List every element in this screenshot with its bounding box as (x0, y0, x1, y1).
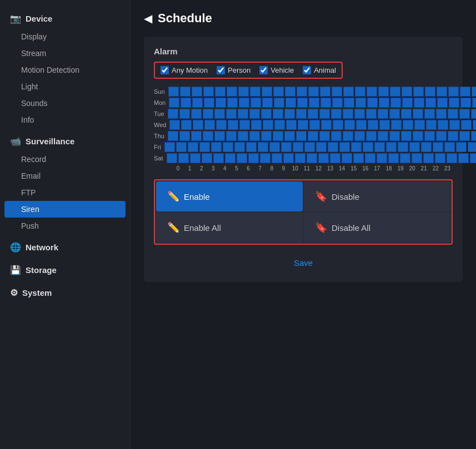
enable-all-button[interactable]: ✏️ Enable All (156, 213, 303, 243)
cell[interactable] (307, 153, 317, 163)
cell[interactable] (448, 131, 458, 141)
sidebar-item-info[interactable]: Info (0, 112, 130, 128)
cell[interactable] (286, 120, 297, 130)
cell[interactable] (260, 153, 270, 163)
cell[interactable] (328, 142, 338, 152)
cell[interactable] (211, 142, 222, 152)
cell[interactable] (435, 153, 445, 163)
cell[interactable] (214, 131, 225, 141)
save-button[interactable]: Save (154, 253, 453, 273)
cell[interactable] (459, 109, 470, 119)
cell[interactable] (436, 131, 447, 141)
cell[interactable] (390, 98, 401, 108)
cell[interactable] (225, 153, 236, 163)
cell[interactable] (304, 142, 315, 152)
cell[interactable] (273, 109, 283, 119)
cell[interactable] (470, 153, 476, 163)
cell[interactable] (321, 120, 332, 130)
enable-button[interactable]: ✏️ Enable (156, 181, 303, 211)
cell[interactable] (343, 131, 353, 141)
cell[interactable] (203, 109, 213, 119)
cell[interactable] (216, 98, 226, 108)
sidebar-group-storage[interactable]: 💾 Storage (0, 260, 130, 280)
cell[interactable] (258, 142, 268, 152)
cell[interactable] (273, 87, 284, 97)
cell[interactable] (389, 109, 400, 119)
cell[interactable] (273, 131, 283, 141)
cell[interactable] (169, 98, 179, 108)
cell[interactable] (168, 87, 179, 97)
cell[interactable] (468, 142, 476, 152)
cell[interactable] (343, 87, 354, 97)
cell[interactable] (192, 87, 202, 97)
cell[interactable] (378, 109, 388, 119)
cell[interactable] (316, 142, 327, 152)
cell[interactable] (458, 153, 469, 163)
cell[interactable] (169, 120, 180, 130)
cell[interactable] (436, 109, 447, 119)
cell[interactable] (424, 109, 435, 119)
cell[interactable] (363, 142, 373, 152)
cell[interactable] (261, 109, 272, 119)
cell[interactable] (239, 98, 249, 108)
cell[interactable] (164, 142, 175, 152)
cell[interactable] (449, 120, 460, 130)
cell[interactable] (283, 153, 294, 163)
cell[interactable] (320, 87, 330, 97)
cell[interactable] (421, 142, 432, 152)
back-button[interactable]: ◀ (144, 12, 152, 25)
cell[interactable] (237, 153, 247, 163)
cell[interactable] (368, 120, 378, 130)
cell[interactable] (437, 98, 448, 108)
cell[interactable] (179, 131, 190, 141)
cell[interactable] (449, 98, 459, 108)
sidebar-item-motion-detection[interactable]: Motion Detection (0, 62, 130, 78)
cell[interactable] (344, 98, 354, 108)
cell[interactable] (366, 131, 377, 141)
cell[interactable] (203, 87, 214, 97)
cell[interactable] (308, 131, 318, 141)
cell[interactable] (331, 131, 342, 141)
cell[interactable] (413, 109, 423, 119)
cell[interactable] (181, 98, 191, 108)
cell[interactable] (297, 87, 307, 97)
cell[interactable] (227, 87, 237, 97)
cell[interactable] (204, 120, 215, 130)
cell[interactable] (262, 87, 272, 97)
cell[interactable] (398, 142, 408, 152)
cell[interactable] (472, 87, 476, 97)
cell[interactable] (447, 153, 457, 163)
cell[interactable] (342, 153, 352, 163)
cell[interactable] (213, 153, 224, 163)
sidebar-group-system[interactable]: ⚙ System (0, 283, 130, 302)
cell[interactable] (389, 131, 400, 141)
cell[interactable] (354, 109, 365, 119)
checkbox-any-motion[interactable]: Any Motion (161, 66, 208, 74)
cell[interactable] (234, 142, 245, 152)
cell[interactable] (214, 109, 225, 119)
cell[interactable] (178, 153, 189, 163)
cell[interactable] (460, 87, 470, 97)
cell[interactable] (168, 109, 178, 119)
cell[interactable] (297, 98, 308, 108)
cell[interactable] (378, 131, 388, 141)
cell[interactable] (319, 109, 330, 119)
cell[interactable] (274, 120, 285, 130)
cell[interactable] (251, 120, 262, 130)
cell[interactable] (400, 153, 410, 163)
cell[interactable] (180, 87, 191, 97)
cell[interactable] (425, 98, 436, 108)
cell[interactable] (274, 98, 284, 108)
cell[interactable] (365, 153, 375, 163)
cell[interactable] (402, 98, 413, 108)
cell[interactable] (284, 131, 295, 141)
cell[interactable] (199, 142, 210, 152)
cell[interactable] (249, 109, 260, 119)
sidebar-item-sounds[interactable]: Sounds (0, 95, 130, 112)
cell[interactable] (438, 120, 448, 130)
cell[interactable] (386, 142, 397, 152)
cell[interactable] (296, 131, 307, 141)
cell[interactable] (227, 98, 238, 108)
cell[interactable] (437, 87, 447, 97)
cell[interactable] (344, 120, 355, 130)
